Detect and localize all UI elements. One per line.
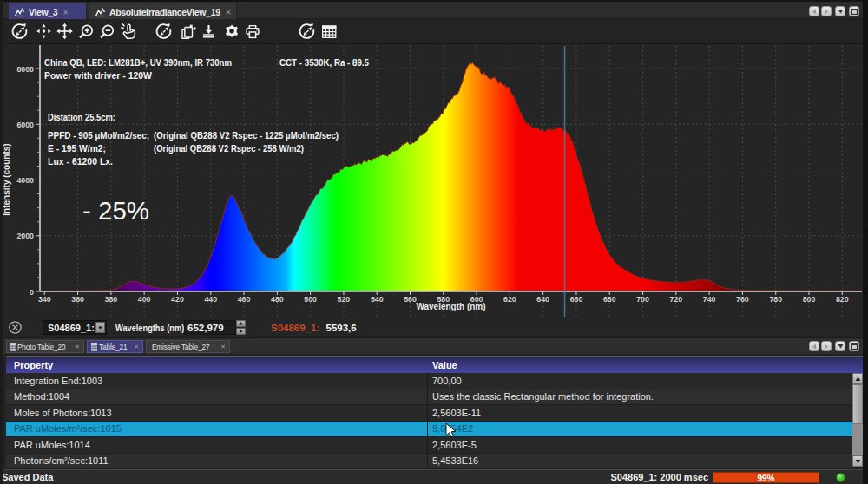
svg-text:4000: 4000 [16, 176, 34, 185]
tab-close-icon[interactable]: ✕ [226, 9, 231, 16]
table-row[interactable]: Integration End:1003700,00 [6, 373, 852, 389]
cell-value[interactable]: Uses the classic Rectangular method for … [428, 391, 852, 402]
chart-toolbar [0, 19, 868, 44]
scale-y-to-fit-icon[interactable] [296, 21, 319, 42]
table-tab-nav-buttons [809, 341, 859, 351]
scale-x-to-fit-icon[interactable] [153, 21, 175, 42]
app-window: View_3 ✕ AbsoluteIrradianceView_19 ✕ [0, 0, 868, 484]
cell-value[interactable]: 2,5603E-11 [428, 408, 852, 418]
doc-tab-nav-buttons [809, 6, 859, 16]
series-readout-value: 5593,6 [326, 323, 356, 333]
wavelength-spinner[interactable] [236, 320, 246, 335]
chart-annotation: Power with driver - 120W [44, 70, 153, 81]
scroll-tabs-left-icon[interactable] [809, 6, 819, 16]
tab-photo-table[interactable]: Photo Table_20 ✕ [6, 340, 84, 353]
maximize-table-icon[interactable] [849, 341, 859, 351]
tab-list-dropdown-icon[interactable] [835, 341, 845, 351]
copy-view-icon[interactable] [176, 21, 199, 42]
chart-annotation: Distation 25.5cm: [48, 112, 115, 122]
scroll-tabs-right-icon[interactable] [821, 6, 832, 16]
wavelength-input[interactable]: 652,979 [184, 320, 236, 335]
chart-annotation: (Original QB288 V2 Rspec - 258 W/m2) [154, 143, 304, 154]
grid-tab-icon [10, 343, 16, 351]
svg-text:360: 360 [71, 295, 84, 304]
svg-text:0: 0 [30, 288, 34, 297]
cell-value[interactable]: 700,00 [428, 376, 852, 386]
tab-absolute-irradiance-view[interactable]: AbsoluteIrradianceView_19 ✕ [89, 3, 237, 21]
cell-value[interactable]: 5,4533E16 [428, 455, 852, 466]
cell-property[interactable]: PAR uMoles/m²/sec:1015 [6, 422, 428, 437]
tab-close-icon[interactable]: ✕ [134, 343, 139, 350]
status-bar: Saved Data S04869_1: 2000 msec 99% [0, 469, 868, 484]
cell-value[interactable]: 2,5603E-5 [428, 440, 852, 450]
window-left-border [0, 0, 3, 484]
show-table-icon[interactable] [318, 21, 340, 42]
maximize-view-icon[interactable] [849, 6, 859, 16]
settings-gear-icon[interactable] [220, 21, 243, 42]
tab-close-icon[interactable]: ✕ [220, 343, 226, 350]
tab-label: Photo Table_20 [17, 342, 65, 351]
scrollbar-thumb[interactable] [852, 384, 863, 424]
column-header-value[interactable]: Value [428, 360, 863, 370]
pan-icon[interactable] [53, 21, 76, 42]
grid-tab-icon [91, 343, 97, 351]
chart-annotation: (Original QB288 V2 Rspec - 1225 µMol/m2/… [154, 130, 339, 141]
svg-text:440: 440 [204, 295, 217, 304]
spectrum-chart-svg: 3403603804004204404604805005205405605806… [0, 44, 868, 318]
table-row[interactable]: Moles of Photons:10132,5603E-11 [6, 405, 852, 422]
window-right-border [863, 0, 868, 484]
cell-property[interactable]: Photons/cm²/sec:1011 [6, 454, 428, 469]
combo-dropdown-icon[interactable] [95, 322, 105, 333]
tab-table-21[interactable]: Table_21 ✕ [87, 340, 143, 353]
cell-property[interactable]: Method:1004 [6, 389, 428, 405]
table-row[interactable]: Photons/cm²/sec:10115,4533E16 [6, 454, 852, 470]
table-scrollbar[interactable] [852, 373, 863, 467]
tab-list-dropdown-icon[interactable] [835, 6, 845, 16]
cell-property[interactable]: PAR uMoles:1014 [6, 437, 428, 453]
tab-label: Emissive Table_27 [152, 342, 210, 351]
scrollbar-up-icon[interactable] [852, 373, 863, 384]
svg-text:520: 520 [338, 295, 351, 304]
series-selector[interactable]: S04869_1: [43, 320, 107, 335]
series-selector-value: S04869_1: [43, 323, 95, 333]
spectrum-chart[interactable]: 3403603804004204404604805005205405605806… [0, 44, 868, 318]
svg-text:420: 420 [171, 295, 184, 304]
column-header-property[interactable]: Property [6, 360, 428, 370]
scroll-tabs-right-icon[interactable] [821, 341, 832, 351]
tab-close-icon[interactable]: ✕ [75, 343, 80, 350]
series-control-row: S04869_1: Wavelengths (nm) 652,979 S0486… [0, 318, 868, 337]
progress-bar: 99% [713, 472, 819, 483]
scale-to-fit-icon[interactable] [9, 21, 31, 42]
scrollbar-down-icon[interactable] [852, 455, 863, 467]
svg-text:660: 660 [570, 295, 583, 304]
table-rows: Integration End:1003700,00Method:1004Use… [6, 373, 863, 469]
print-icon[interactable] [241, 21, 264, 42]
cell-property[interactable]: Moles of Photons:1013 [6, 405, 428, 421]
table-row[interactable]: PAR uMoles:10142,5603E-5 [6, 437, 852, 454]
pointer-hand-icon[interactable] [117, 21, 140, 42]
svg-text:2000: 2000 [16, 232, 34, 240]
export-data-icon[interactable] [198, 21, 220, 42]
series-readout: S04869_1: 5593,6 [271, 323, 357, 333]
pan-small-icon[interactable] [32, 21, 55, 42]
cell-property[interactable]: Integration End:1003 [6, 373, 428, 389]
spinner-up-icon[interactable] [236, 320, 246, 327]
remove-series-icon[interactable] [9, 321, 22, 334]
spinner-down-icon[interactable] [236, 328, 246, 335]
chart-annotation: PPFD - 905 µMol/m2/sec; [48, 130, 149, 141]
property-table-panel: Property Value Integration End:1003700,0… [0, 354, 868, 469]
svg-text:700: 700 [636, 295, 649, 304]
zoom-in-icon[interactable] [75, 21, 97, 42]
table-row[interactable]: Method:1004Uses the classic Rectangular … [6, 389, 852, 406]
chart-tab-icon [14, 7, 25, 17]
cell-value[interactable]: 9,0554E2 [428, 423, 852, 434]
scroll-tabs-left-icon[interactable] [809, 341, 819, 351]
tab-view-3[interactable]: View_3 ✕ [9, 3, 87, 21]
tab-emissive-table[interactable]: Emissive Table_27 ✕ [146, 340, 230, 353]
tab-close-icon[interactable]: ✕ [62, 9, 68, 16]
chart-annotation: China QB, LED: LM281B+, UV 390nm, IR 730… [44, 57, 232, 68]
acquisition-status: S04869_1: 2000 msec [610, 472, 708, 482]
zoom-out-icon[interactable] [95, 21, 118, 42]
table-row[interactable]: PAR uMoles/m²/sec:10159,0554E2 [6, 422, 852, 438]
table-tabbar: Photo Table_20 ✕ Table_21 ✕ Emissive Tab… [0, 337, 868, 354]
